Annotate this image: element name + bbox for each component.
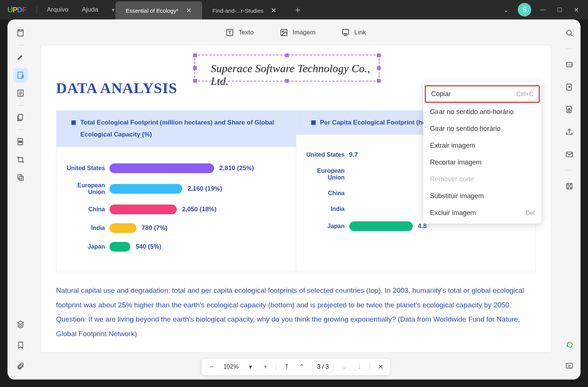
tab-active[interactable]: Essential of Ecology* ✕	[115, 1, 202, 19]
chevron-down-icon[interactable]: ⌄	[501, 6, 510, 13]
chart-row: China 2,050 (18%)	[64, 205, 288, 214]
zoom-out-button[interactable]: −	[207, 362, 216, 371]
chart-left-column: Total Ecological Footprint (million hect…	[56, 111, 296, 272]
app-logo: UPDF	[0, 6, 34, 14]
right-sidebar-bottom	[562, 338, 577, 380]
bar-wrap: 4.8	[349, 221, 427, 231]
svg-point-10	[282, 31, 284, 32]
close-footer-button[interactable]: ✕	[376, 362, 385, 371]
chart-rows-left: United States 2,810 (25%) European Union…	[56, 147, 296, 272]
comment-icon[interactable]	[562, 359, 577, 374]
context-menu-item[interactable]: Girar no sentido horário	[423, 120, 541, 137]
resize-handle[interactable]	[193, 66, 197, 70]
menu-item-label: Copiar	[431, 90, 451, 98]
menu-item-label: Girar no sentido horário	[430, 125, 501, 133]
bookmark-icon[interactable]	[13, 338, 28, 353]
zoom-level[interactable]: 102%	[222, 363, 240, 370]
ai-icon[interactable]	[562, 338, 577, 353]
context-menu-item[interactable]: CopiarCtrl+C	[425, 85, 540, 103]
menu-item-shortcut: Ctrl+C	[516, 91, 533, 98]
maximize-button[interactable]: ☐	[555, 6, 564, 13]
layers-icon[interactable]	[13, 317, 28, 332]
svg-rect-19	[567, 184, 572, 189]
row-value: 2,160 (19%)	[188, 185, 222, 193]
edit-toolbar: Texto Imagem Link	[34, 19, 558, 46]
resize-handle[interactable]	[377, 53, 381, 57]
svg-rect-11	[343, 30, 349, 34]
link-tool[interactable]: Link	[341, 28, 366, 37]
tab-inactive[interactable]: Find-and-...r-Studies ✕	[202, 1, 287, 19]
svg-rect-7	[19, 176, 23, 180]
resize-handle[interactable]	[285, 53, 289, 57]
tab-dropdown-icon[interactable]: ▾	[111, 6, 115, 13]
page-indicator[interactable]: 3 / 3	[312, 362, 334, 372]
context-menu-item[interactable]: Recortar imagem	[423, 154, 541, 171]
row-label: Japan	[64, 243, 105, 250]
legend-marker	[71, 120, 76, 125]
chart-legend-left: Total Ecological Footprint (million hect…	[56, 111, 296, 147]
row-value: 4.8	[418, 222, 427, 230]
prev-page-button[interactable]: ⌃	[297, 362, 306, 371]
chart-row: India 780 (7%)	[64, 223, 288, 233]
crop-icon[interactable]	[13, 152, 28, 167]
new-tab-button[interactable]: ＋	[287, 4, 309, 15]
menu-item-label: Excluir imagem	[430, 209, 476, 217]
bar	[109, 163, 214, 173]
menu-item-label: Recortar imagem	[430, 159, 482, 166]
svg-rect-6	[18, 175, 22, 179]
form-icon[interactable]	[13, 86, 28, 101]
ocr-icon[interactable]: OCR	[562, 57, 577, 72]
text-tool[interactable]: Texto	[226, 28, 254, 37]
next-page-button[interactable]: ⌄	[340, 362, 349, 371]
close-icon[interactable]: ✕	[186, 6, 192, 15]
row-value: 540 (5%)	[136, 243, 161, 251]
bar-wrap: 2,810 (25%)	[109, 163, 254, 173]
svg-rect-20	[566, 363, 573, 368]
context-menu-item[interactable]: Extrair imagem	[423, 137, 541, 154]
bar-wrap: 2,050 (18%)	[109, 205, 217, 214]
first-page-button[interactable]: ⤒	[282, 362, 291, 371]
edit-icon[interactable]	[13, 68, 28, 83]
email-icon[interactable]	[562, 147, 577, 162]
context-menu-item[interactable]: Girar no sentido anti-horário	[423, 104, 541, 120]
watermark-icon[interactable]	[13, 170, 28, 185]
resize-handle[interactable]	[193, 53, 197, 57]
convert-icon[interactable]	[562, 80, 577, 95]
separator	[17, 129, 24, 130]
share-icon[interactable]	[562, 125, 577, 139]
redact-icon[interactable]	[13, 134, 28, 149]
row-label: Japan	[304, 223, 345, 230]
image-tool[interactable]: Imagem	[280, 28, 315, 37]
row-label: India	[64, 225, 105, 231]
window-controls: ⌄ S — ☐ ✕	[501, 3, 588, 16]
last-page-button[interactable]: ⤓	[355, 362, 363, 371]
bar	[109, 242, 130, 252]
bar	[109, 184, 182, 194]
row-label: European Union	[64, 182, 105, 196]
minimize-button[interactable]: —	[539, 6, 548, 13]
protect-icon[interactable]	[562, 102, 577, 117]
menu-help[interactable]: Ajuda	[75, 6, 105, 13]
image-selection[interactable]: Superace Software Technology Co., Ltd.	[194, 55, 380, 82]
zoom-in-button[interactable]: +	[261, 362, 270, 371]
menu-item-label: Substituir imagem	[430, 192, 484, 200]
thumbnails-icon[interactable]	[13, 25, 28, 40]
highlighter-icon[interactable]	[13, 50, 28, 65]
close-icon[interactable]: ✕	[271, 6, 276, 15]
save-icon[interactable]	[562, 179, 577, 194]
tab-bar: ▾ Essential of Ecology* ✕ Find-and-...r-…	[111, 0, 501, 19]
menu-file[interactable]: Arquivo	[40, 6, 75, 13]
context-menu-item[interactable]: Excluir imagemDel	[423, 205, 541, 221]
svg-rect-1	[18, 72, 23, 79]
attachment-icon[interactable]	[13, 359, 28, 374]
context-menu-item[interactable]: Substituir imagem	[423, 188, 541, 205]
close-button[interactable]: ✕	[572, 6, 581, 13]
resize-handle[interactable]	[193, 79, 197, 83]
bar	[349, 221, 413, 231]
avatar[interactable]: S	[518, 3, 531, 16]
zoom-dropdown-icon[interactable]: ▾	[246, 362, 255, 371]
context-menu: CopiarCtrl+CGirar no sentido anti-horári…	[423, 82, 541, 224]
search-icon[interactable]	[562, 25, 577, 40]
pages-icon[interactable]	[13, 110, 28, 125]
separator	[37, 5, 37, 14]
